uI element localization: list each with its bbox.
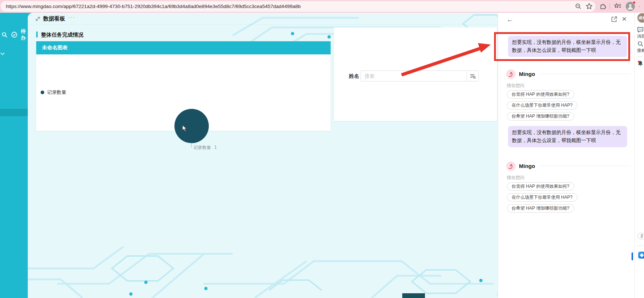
- messages-icon[interactable]: [637, 27, 644, 34]
- legend-label: 记录数量: [47, 89, 66, 96]
- zoom-out-icon[interactable]: [575, 3, 582, 10]
- mingo-header: Mingo: [506, 161, 630, 171]
- header-divider: [540, 74, 630, 74]
- pie-label-text: 记录数量: [193, 145, 211, 151]
- page-header: [28, 13, 498, 25]
- name-filter-label: 姓名: [349, 73, 359, 80]
- active-app-indicator: [632, 252, 633, 260]
- url-text: https://www.mingdao.com/app/67221a2d-499…: [6, 4, 301, 9]
- back-arrow-icon[interactable]: ←: [506, 16, 513, 24]
- sidebar-chevron-down-icon[interactable]: [0, 50, 5, 57]
- red-annotation-box: 想要实现，没有数据的月份，横坐标显示月份，无数据，具体怎么设置，帮我截图一下呗: [494, 32, 630, 61]
- pie-chart-slice[interactable]: [174, 109, 209, 143]
- user-message: 想要实现，没有数据的月份，横坐标显示月份，无数据，具体怎么设置，帮我截图一下呗: [508, 126, 627, 147]
- browser-top-bar: https://www.mingdao.com/app/67221a2d-499…: [0, 0, 644, 13]
- rail-divider: [637, 57, 643, 57]
- rail-search-label: 搜索: [637, 48, 644, 53]
- mingo-avatar-flamingo-icon: [506, 161, 516, 171]
- suggestions-hint: 猜你想问: [507, 83, 524, 89]
- count-badge[interactable]: 2: [637, 233, 644, 239]
- search-icon[interactable]: [1, 32, 8, 38]
- user-avatar[interactable]: 成长: [637, 13, 644, 23]
- suggestions-hint: 猜你想问: [507, 175, 524, 181]
- app-sidebar: 待办: [0, 13, 28, 298]
- bottom-dark-bar: [402, 293, 425, 298]
- bookmark-star-icon[interactable]: [585, 3, 593, 10]
- pie-data-label: 记录数量 1: [193, 145, 217, 151]
- close-icon[interactable]: ✕: [622, 15, 627, 23]
- todo-check-icon[interactable]: [11, 31, 18, 38]
- page-title: 数据看板: [43, 15, 65, 22]
- filter-card: 姓名: [334, 27, 497, 121]
- suggestion-pill[interactable]: 在什么场景下你最常使用 HAP?: [507, 193, 577, 202]
- dashboard-main: 数据看板 ··· 整体任务完成情况 未命名图表 记录数量 记录数量 1 姓名: [28, 13, 498, 298]
- pie-label-value: 1: [214, 145, 217, 151]
- screen: https://www.mingdao.com/app/67221a2d-499…: [0, 0, 644, 298]
- expand-diagonal-icon[interactable]: [35, 16, 41, 23]
- sidebar-selected-item[interactable]: [0, 109, 28, 116]
- chart-card: 未命名图表 记录数量 记录数量 1: [36, 41, 331, 131]
- chart-title: 未命名图表: [42, 45, 68, 51]
- chart-card-header[interactable]: 未命名图表: [36, 41, 331, 54]
- profile-notification-dot: [633, 1, 636, 4]
- right-icon-rail: 成长 消息 搜索 2: [634, 13, 644, 298]
- mingo-block-2: Mingo 猜你想问 你觉得 HAP 的使用效果如何? 在什么场景下你最常使用 …: [506, 161, 633, 214]
- filter-search-button[interactable]: [467, 70, 479, 81]
- highlighted-user-message: 想要实现，没有数据的月份，横坐标显示月份，无数据，具体怎么设置，帮我截图一下呗: [508, 36, 627, 57]
- mingo-header: Mingo: [506, 69, 630, 79]
- bot-name: Mingo: [519, 163, 535, 169]
- messages-label: 消息: [637, 34, 644, 39]
- address-bar[interactable]: https://www.mingdao.com/app/67221a2d-499…: [1, 1, 595, 12]
- legend-color-dot: [41, 91, 44, 94]
- rail-divider: [637, 245, 643, 246]
- mingo-block-1: Mingo 猜你想问 你觉得 HAP 的使用效果如何? 在什么场景下你最常使用 …: [506, 69, 633, 122]
- notification-bell-icon[interactable]: [637, 60, 644, 69]
- suggestion-pill[interactable]: 你希望 HAP 增加哪些新功能?: [507, 204, 574, 213]
- section-title: 整体任务完成情况: [41, 31, 83, 38]
- blue-app-glyph: [640, 253, 644, 257]
- page-more-menu[interactable]: ···: [68, 14, 75, 21]
- header-divider: [540, 166, 630, 166]
- todo-label[interactable]: 待办: [21, 28, 28, 41]
- mingo-avatar-flamingo-icon: [506, 69, 516, 79]
- suggestion-pill[interactable]: 你觉得 HAP 的使用效果如何?: [507, 182, 574, 191]
- browser-menu-icon[interactable]: ·: [639, 3, 641, 9]
- reading-list-icon[interactable]: [614, 3, 622, 10]
- open-in-new-window-icon[interactable]: [611, 16, 617, 24]
- suggestion-pill[interactable]: 你觉得 HAP 的使用效果如何?: [507, 90, 574, 99]
- section-accent-bar: [36, 31, 38, 38]
- blue-app-icon[interactable]: [638, 252, 644, 259]
- toolbar-divider: [610, 3, 610, 9]
- pie-label-leader-line: [191, 143, 192, 148]
- rail-search-icon[interactable]: [637, 41, 644, 49]
- search-input[interactable]: [361, 70, 467, 81]
- bot-name: Mingo: [519, 71, 535, 77]
- suggestion-pill[interactable]: 你希望 HAP 增加哪些新功能?: [507, 112, 574, 121]
- extensions-icon[interactable]: [599, 3, 607, 10]
- suggestion-pill[interactable]: 在什么场景下你最常使用 HAP?: [507, 101, 577, 110]
- sidebar-top-row: 待办: [1, 28, 28, 41]
- chart-legend-item[interactable]: 记录数量: [41, 89, 66, 96]
